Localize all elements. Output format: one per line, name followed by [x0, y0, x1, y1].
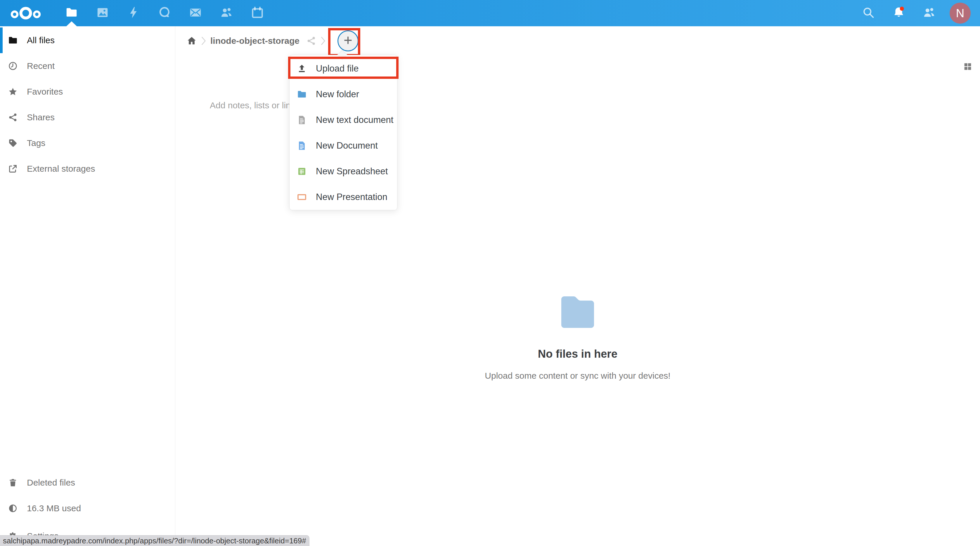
- sidebar-item-tags[interactable]: Tags: [0, 130, 175, 156]
- menu-item-label: New text document: [316, 115, 393, 125]
- app-photos[interactable]: [93, 0, 112, 26]
- share-icon[interactable]: [306, 36, 317, 46]
- sidebar-item-all-files[interactable]: All files: [0, 27, 175, 53]
- presentation-icon: [297, 192, 307, 202]
- magnifier-icon: [862, 6, 875, 21]
- avatar-initial: N: [956, 7, 964, 20]
- tag-icon: [7, 137, 19, 149]
- sidebar-item-favorites[interactable]: Favorites: [0, 79, 175, 105]
- menu-item-new-presentation[interactable]: New Presentation: [290, 184, 397, 210]
- empty-folder-state: No files in here Upload some content or …: [175, 296, 980, 381]
- document-icon: [297, 141, 307, 151]
- contacts-menu-button[interactable]: [920, 0, 939, 26]
- chevron-right-icon: [321, 36, 326, 46]
- big-folder-icon: [561, 324, 594, 329]
- sidebar-item-label: All files: [27, 35, 55, 45]
- link-status-bar: salchipapa.madreypadre.com/index.php/app…: [0, 535, 309, 546]
- app-calendar[interactable]: [248, 0, 267, 26]
- menu-item-new-folder[interactable]: New folder: [290, 81, 397, 107]
- status-url: salchipapa.madreypadre.com/index.php/app…: [3, 536, 306, 545]
- folder-icon: [65, 6, 78, 21]
- app-navigation: [56, 0, 273, 26]
- menu-item-new-document[interactable]: New Document: [290, 133, 397, 159]
- top-header-bar: N: [0, 0, 980, 26]
- sidebar-item-label: Recent: [27, 61, 55, 71]
- new-file-button[interactable]: [337, 30, 358, 51]
- header-right-actions: N: [853, 0, 980, 26]
- envelope-icon: [189, 6, 202, 21]
- sidebar-item-label: External storages: [27, 164, 95, 174]
- app-activity[interactable]: [124, 0, 143, 26]
- app-mail[interactable]: [186, 0, 205, 26]
- sidebar-item-recent[interactable]: Recent: [0, 53, 175, 79]
- people-icon: [220, 6, 233, 21]
- app-contacts[interactable]: [217, 0, 236, 26]
- photos-icon: [96, 6, 109, 21]
- speech-bubble-icon: [158, 6, 171, 21]
- clock-icon: [7, 60, 19, 72]
- menu-item-new-spreadsheet[interactable]: New Spreadsheet: [290, 159, 397, 184]
- star-icon: [7, 86, 19, 97]
- new-file-menu: Upload file New folder New text document…: [289, 55, 398, 210]
- sidebar-item-quota: 16.3 MB used: [0, 495, 182, 521]
- notification-dot: [900, 7, 904, 11]
- plus-icon: [342, 35, 354, 47]
- view-toggle-button[interactable]: [961, 61, 974, 74]
- search-button[interactable]: [859, 0, 878, 26]
- chevron-right-icon: [201, 36, 206, 46]
- menu-item-upload-file[interactable]: Upload file: [290, 56, 397, 81]
- external-link-icon: [7, 163, 19, 175]
- notifications-button[interactable]: [889, 0, 908, 26]
- sidebar-item-external-storages[interactable]: External storages: [0, 156, 175, 182]
- menu-item-new-text-document[interactable]: New text document: [290, 107, 397, 133]
- sidebar-nav: All files Recent Favorites Shares: [0, 26, 175, 182]
- lightning-icon: [127, 6, 140, 21]
- quota-pie-icon: [7, 503, 19, 514]
- menu-item-label: New folder: [316, 89, 359, 100]
- sidebar-item-label: Tags: [27, 138, 45, 148]
- menu-item-label: New Spreadsheet: [316, 166, 388, 177]
- menu-item-label: Upload file: [316, 63, 358, 74]
- sidebar-item-label: Shares: [27, 113, 55, 122]
- user-avatar[interactable]: N: [950, 3, 970, 24]
- folder-icon: [7, 35, 19, 46]
- spreadsheet-icon: [297, 167, 307, 176]
- text-file-icon: [297, 115, 307, 125]
- nextcloud-logo[interactable]: [8, 3, 44, 23]
- app-talk[interactable]: [155, 0, 174, 26]
- home-icon[interactable]: [186, 36, 197, 46]
- upload-icon: [297, 63, 307, 74]
- share-icon: [7, 111, 19, 123]
- sidebar-item-label: Favorites: [27, 87, 63, 97]
- breadcrumb-current-folder[interactable]: linode-object-storage: [210, 36, 299, 46]
- files-sidebar: All files Recent Favorites Shares: [0, 26, 175, 546]
- grid-icon: [963, 62, 973, 73]
- quota-label: 16.3 MB used: [27, 503, 81, 513]
- breadcrumb: linode-object-storage: [175, 26, 980, 56]
- blue-folder-icon: [297, 89, 307, 99]
- trash-icon: [7, 477, 19, 489]
- empty-state-subtitle: Upload some content or sync with your de…: [175, 371, 980, 381]
- sidebar-item-label: Deleted files: [27, 478, 75, 487]
- empty-state-title: No files in here: [175, 348, 980, 360]
- bell-icon: [892, 6, 906, 21]
- person-group-icon: [923, 6, 936, 21]
- sidebar-item-shares[interactable]: Shares: [0, 105, 175, 130]
- calendar-icon: [251, 6, 264, 21]
- menu-item-label: New Presentation: [316, 192, 387, 202]
- app-files[interactable]: [62, 0, 81, 26]
- menu-item-label: New Document: [316, 140, 378, 151]
- nextcloud-files-app: N All files Recent Favorite: [0, 0, 980, 546]
- workspace-notes-placeholder[interactable]: Add notes, lists or lin: [210, 100, 291, 110]
- sidebar-item-deleted-files[interactable]: Deleted files: [0, 470, 182, 495]
